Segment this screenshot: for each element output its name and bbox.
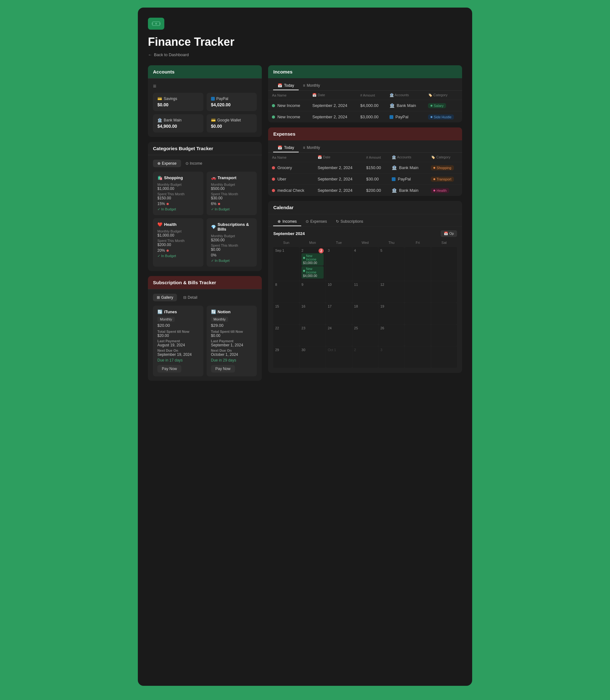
accounts-title: Accounts (153, 69, 174, 75)
itunes-nextdue-label: Next Due On (157, 349, 199, 352)
cal-day-w1-6 (405, 247, 431, 281)
incomes-today-tab[interactable]: 📅 Today (273, 81, 299, 90)
incomes-monthly-tab[interactable]: ≡ Monthly (299, 81, 324, 90)
expenses-col-accounts: 🏦 Accounts (388, 153, 427, 162)
cal-expenses-tab[interactable]: ⊙ Expenses (301, 217, 332, 226)
sub-card-itunes: 🔄 iTunes Monthly $20.00 Total Spent till… (153, 306, 204, 376)
expenses-monthly-tab[interactable]: ≡ Monthly (299, 144, 324, 153)
expenses-today-tab[interactable]: 📅 Today (273, 144, 299, 153)
subs-pct-row: 0% (211, 253, 253, 257)
dow-wed: Wed (352, 239, 378, 246)
cal-event-1: New Income $3,000.00 (302, 253, 324, 266)
expenses-header: Expenses (268, 127, 462, 140)
expense-tab[interactable]: ⊕ Expense (153, 160, 181, 167)
cal-day-sep19: 19 (379, 303, 404, 324)
subs-spent-value: $0.00 (211, 247, 253, 252)
transport-dot (433, 178, 435, 180)
detail-tab[interactable]: ⊟ Detail (179, 294, 201, 301)
subs-budget-label: Monthly Budget (211, 234, 253, 238)
notion-refresh-icon: 🔄 (211, 309, 216, 314)
transport-spent-value: $30.00 (211, 196, 253, 200)
sidehustle-dot (431, 116, 432, 118)
health-pct-row: 20% (157, 248, 199, 253)
income-row2-account: PayPal (386, 111, 424, 123)
cal-incomes-tab[interactable]: ⊕ Incomes (273, 217, 301, 226)
savings-icon: 💳 (157, 97, 162, 101)
expense-row3-amount: $200.00 (363, 185, 388, 196)
cal-day-sep29: 29 (273, 346, 299, 368)
accounts-body: ≡ 💳 Savings $0.00 PayPal (148, 79, 262, 137)
expense-row2-amount: $30.00 (363, 174, 388, 185)
menu-icon[interactable]: ≡ (153, 83, 257, 90)
income-row2-name: New Income (268, 111, 308, 123)
categories-budget-title: Categories Budget Tracker (153, 146, 213, 151)
calendar-op-button[interactable]: 📅 Op (440, 230, 457, 237)
main-grid: Accounts ≡ 💳 Savings $0.00 (148, 65, 462, 381)
gallery-tab[interactable]: ⊞ Gallery (153, 294, 177, 301)
dow-tue: Tue (326, 239, 352, 246)
cal-day-sep30: 30 (300, 346, 325, 368)
expense-row3-date: September 2, 2024 (314, 185, 363, 196)
expense-icon: ⊕ (157, 161, 161, 165)
subs-budget-value: $200.00 (211, 238, 253, 242)
transport-icon: 🚗 (211, 175, 216, 180)
svg-rect-3 (159, 23, 161, 25)
expenses-col-date: 📅 Date (314, 153, 363, 162)
budget-card-health: ❤️ Health Monthly Budget $1,000.00 Spent… (153, 218, 204, 267)
expense-row1-date: September 2, 2024 (314, 162, 363, 174)
income-row2-date: September 2, 2024 (308, 111, 356, 123)
health-tag: Health (431, 188, 449, 193)
dow-sat: Sat (431, 239, 457, 246)
itunes-lastpay: August 19, 2024 (157, 343, 199, 347)
transport-title: 🚗 Transport (211, 175, 253, 180)
cal-subscriptions-tab[interactable]: ↻ Subscriptions (332, 217, 368, 226)
monthly-icon2: ≡ (303, 145, 305, 150)
calendar-days-of-week: Sun Mon Tue Wed Thu Fri Sat (273, 239, 457, 246)
cal-day-sep22: 22 (273, 324, 299, 346)
cal-week-2: 8 9 10 11 12 (273, 281, 457, 303)
transport-pct-row: 6% (211, 202, 253, 206)
expenses-col-name: Aa Name (268, 153, 314, 162)
gallery-icon: ⊞ (157, 295, 160, 300)
cal-day-sep16: 16 (300, 303, 325, 324)
app-logo (148, 18, 164, 30)
itunes-lastpay-label: Last Payment (157, 339, 199, 343)
table-row: New Income September 2, 2024 $3,000.00 P… (268, 111, 462, 123)
table-row: medical Check September 2, 2024 $200.00 … (268, 185, 462, 196)
shopping-pct-row: 15% (157, 202, 199, 206)
expense-row3-name: medical Check (268, 185, 314, 196)
account-card-savings: 💳 Savings $0.00 (153, 93, 204, 111)
subs-pct: 0% (211, 253, 216, 257)
income-row1-account: 🏦 Bank Main (386, 100, 424, 111)
dow-sun: Sun (273, 239, 299, 246)
expenses-tabs: 📅 Today ≡ Monthly (268, 140, 462, 153)
red-dot-icon2 (272, 178, 275, 181)
cal-badge-2: 2 (319, 248, 324, 253)
income-row2-category: Side Hustle (424, 111, 462, 123)
itunes-refresh-icon: 🔄 (157, 309, 162, 314)
incomes-col-name: Aa Name (268, 91, 308, 100)
cal-day-sep15: 15 (273, 303, 299, 324)
expense-row2-date: September 2, 2024 (314, 174, 363, 185)
paypal-exp-icon (392, 177, 396, 181)
income-tab[interactable]: ⊙ Income (181, 160, 207, 167)
account-name-bankmain: 🏦 Bank Main (157, 118, 199, 122)
cal-expenses-icon: ⊙ (306, 219, 309, 224)
notion-pay-button[interactable]: Pay Now (211, 365, 235, 372)
expenses-table: Aa Name 📅 Date # Amount 🏦 Accounts 🏷️ Ca… (268, 153, 462, 196)
accounts-header: Accounts (148, 65, 262, 79)
health-spent-value: $200.00 (157, 243, 199, 247)
expense-row1-amount: $150.00 (363, 162, 388, 174)
health-title: ❤️ Health (157, 222, 199, 227)
cal-event-2: New Income $4,000.00 (302, 266, 324, 279)
cal-day-sep1: Sep 1 (273, 247, 299, 281)
itunes-name: 🔄 iTunes (157, 309, 199, 314)
expense-row3-category: Health (427, 185, 462, 196)
table-row: Uber September 2, 2024 $30.00 PayPal (268, 174, 462, 185)
bankmain-exp-icon: 🏦 (392, 165, 397, 170)
budget-grid: 🛍️ Shopping Monthly Budget $1,000.00 Spe… (153, 172, 257, 267)
itunes-pay-button[interactable]: Pay Now (157, 365, 181, 372)
left-column: Accounts ≡ 💳 Savings $0.00 (148, 65, 262, 381)
back-to-dashboard-button[interactable]: ← Back to Dashboard (148, 52, 189, 57)
accounts-grid: 💳 Savings $0.00 PayPal $4,020.00 (153, 93, 257, 132)
